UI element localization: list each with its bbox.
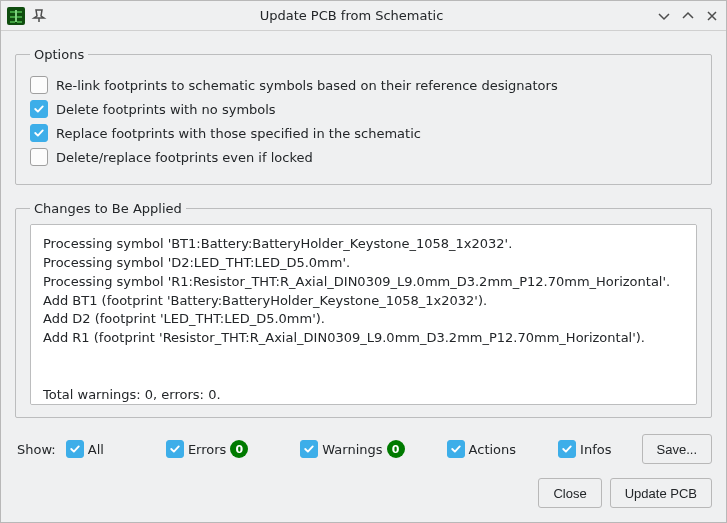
update-pcb-button[interactable]: Update PCB — [610, 478, 712, 508]
filter-infos-label: Infos — [580, 442, 611, 457]
filter-errors-label: Errors — [188, 442, 226, 457]
filter-all-label: All — [88, 442, 104, 457]
delete-locked-label: Delete/replace footprints even if locked — [56, 150, 313, 165]
options-legend: Options — [30, 47, 88, 62]
log-textarea[interactable]: Processing symbol 'BT1:Battery:BatteryHo… — [30, 224, 697, 405]
filter-infos-checkbox[interactable] — [558, 440, 576, 458]
filter-actions-checkbox[interactable] — [447, 440, 465, 458]
replace-fp-label: Replace footprints with those specified … — [56, 126, 421, 141]
dialog-window: Update PCB from Schematic Options Re-lin… — [0, 0, 727, 523]
relink-label: Re-link footprints to schematic symbols … — [56, 78, 558, 93]
minimize-icon[interactable] — [656, 8, 672, 24]
filter-warnings-badge: 0 — [387, 440, 405, 458]
delete-nosym-checkbox[interactable] — [30, 100, 48, 118]
dialog-buttons: Close Update PCB — [1, 474, 726, 522]
filter-all-checkbox[interactable] — [66, 440, 84, 458]
options-group: Options Re-link footprints to schematic … — [15, 47, 712, 185]
window-title: Update PCB from Schematic — [47, 8, 656, 23]
delete-locked-checkbox[interactable] — [30, 148, 48, 166]
app-icon — [7, 7, 25, 25]
close-icon[interactable] — [704, 8, 720, 24]
maximize-icon[interactable] — [680, 8, 696, 24]
filter-actions-label: Actions — [469, 442, 517, 457]
filter-warnings-label: Warnings — [322, 442, 382, 457]
show-label: Show: — [17, 442, 56, 457]
close-button[interactable]: Close — [538, 478, 601, 508]
changes-legend: Changes to Be Applied — [30, 201, 186, 216]
pin-icon[interactable] — [31, 8, 47, 24]
replace-fp-checkbox[interactable] — [30, 124, 48, 142]
filter-row: Show: All Errors 0 Warnings 0 — [1, 428, 726, 474]
delete-nosym-label: Delete footprints with no symbols — [56, 102, 276, 117]
changes-group: Changes to Be Applied Processing symbol … — [15, 201, 712, 418]
filter-errors-checkbox[interactable] — [166, 440, 184, 458]
titlebar: Update PCB from Schematic — [1, 1, 726, 31]
filter-errors-badge: 0 — [230, 440, 248, 458]
filter-warnings-checkbox[interactable] — [300, 440, 318, 458]
save-button[interactable]: Save... — [642, 434, 712, 464]
relink-checkbox[interactable] — [30, 76, 48, 94]
